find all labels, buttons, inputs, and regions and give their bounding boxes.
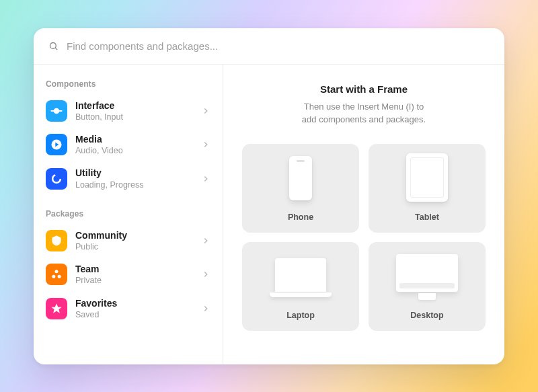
section-header-packages: Packages [39,205,217,224]
frame-option-laptop[interactable]: Laptop [242,242,359,331]
item-text: Team Private [75,263,193,286]
insert-panel: Components Interface Button, Input Media… [34,28,504,364]
phone-icon [289,156,312,200]
section-header-components: Components [39,75,217,94]
sidebar-item-interface[interactable]: Interface Button, Input [39,94,217,128]
sidebar-item-media[interactable]: Media Audio, Video [39,128,217,161]
sidebar-item-team[interactable]: Team Private [39,258,217,291]
chevron-right-icon [201,304,210,313]
item-title: Favorites [75,297,193,309]
svg-marker-11 [52,303,62,313]
chevron-right-icon [201,106,210,116]
desktop-icon [396,254,458,297]
svg-point-0 [50,42,56,48]
frame-label: Desktop [410,311,443,320]
item-title: Team [75,263,193,275]
svg-point-7 [52,175,61,183]
frame-option-tablet[interactable]: Tablet [369,144,486,233]
item-title: Interface [75,100,193,112]
utility-icon [46,168,67,190]
search-row [34,28,504,65]
frame-label: Phone [288,212,313,222]
chevron-right-icon [201,174,210,184]
main-title: Start with a Frame [320,83,408,95]
item-text: Community Public [75,229,193,252]
sidebar-item-favorites[interactable]: Favorites Saved [39,292,217,325]
main-area: Start with a Frame Then use the Insert M… [223,65,504,364]
item-subtitle: Saved [75,309,193,320]
sidebar: Components Interface Button, Input Media… [34,65,223,364]
main-subtitle-line1: Then use the Insert Menu (I) to [304,102,424,112]
chevron-right-icon [201,270,210,279]
favorites-icon [46,298,67,319]
svg-line-1 [55,48,57,50]
laptop-icon [270,258,332,297]
community-icon [46,230,67,251]
search-icon [48,41,59,51]
chevron-right-icon [201,140,210,149]
frame-label: Tablet [415,212,439,222]
frame-option-phone[interactable]: Phone [242,144,359,233]
item-text: Favorites Saved [75,297,193,320]
item-subtitle: Audio, Video [75,145,193,156]
item-text: Utility Loading, Progress [75,167,193,190]
item-subtitle: Button, Input [75,112,193,122]
frame-option-desktop[interactable]: Desktop [369,242,486,331]
svg-point-8 [55,270,59,274]
main-subtitle-line2: add components and packages. [302,114,426,124]
panel-body: Components Interface Button, Input Media… [34,65,504,364]
svg-point-2 [54,108,59,113]
item-title: Community [75,229,193,241]
item-subtitle: Public [75,241,193,252]
svg-point-9 [52,275,55,278]
sidebar-item-utility[interactable]: Utility Loading, Progress [39,161,217,195]
search-input[interactable] [67,40,490,52]
chevron-right-icon [201,236,210,245]
media-icon [46,134,67,155]
item-text: Media Audio, Video [75,133,193,156]
item-title: Media [75,133,193,145]
tablet-icon [406,153,448,202]
interface-icon [46,100,67,122]
sidebar-item-community[interactable]: Community Public [39,224,217,258]
item-subtitle: Private [75,275,193,286]
frame-grid: Phone Tablet Laptop Desktop [242,144,486,331]
frame-label: Laptop [286,311,315,320]
svg-point-10 [58,275,61,278]
item-subtitle: Loading, Progress [75,180,193,190]
item-text: Interface Button, Input [75,100,193,122]
team-icon [46,264,67,285]
item-title: Utility [75,167,193,179]
main-subtitle: Then use the Insert Menu (I) to add comp… [302,100,426,126]
